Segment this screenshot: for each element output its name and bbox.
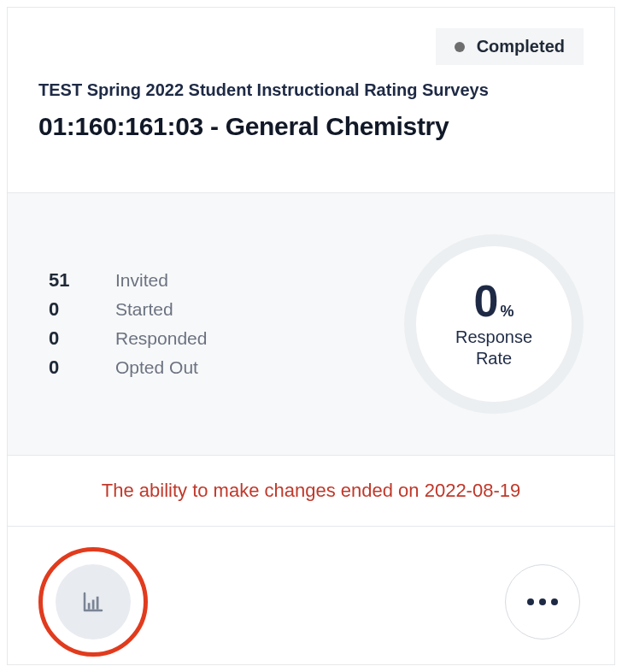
- survey-subtitle: TEST Spring 2022 Student Instructional R…: [38, 80, 584, 100]
- gauge-label-line1: Response: [455, 327, 532, 346]
- ellipsis-icon: [527, 598, 558, 605]
- stat-label: Opted Out: [115, 357, 198, 378]
- status-badge: Completed: [436, 28, 584, 65]
- stat-invited: 51 Invited: [49, 269, 207, 292]
- stats-list: 51 Invited 0 Started 0 Responded 0 Opted…: [49, 269, 207, 379]
- stat-value: 51: [49, 269, 76, 292]
- svg-rect-1: [92, 600, 95, 610]
- gauge-label-line2: Rate: [476, 349, 512, 368]
- svg-rect-2: [97, 597, 99, 610]
- stats-section: 51 Invited 0 Started 0 Responded 0 Opted…: [8, 192, 614, 456]
- gauge-value-row: 0 %: [474, 279, 514, 323]
- notice-section: The ability to make changes ended on 202…: [8, 456, 614, 527]
- gauge-label: Response Rate: [455, 327, 532, 369]
- gauge-inner: 0 % Response Rate: [416, 246, 572, 402]
- actions-section: [8, 527, 614, 672]
- status-dot-icon: [455, 42, 465, 52]
- stat-label: Responded: [115, 328, 207, 349]
- gauge-value: 0: [474, 279, 499, 323]
- notice-text: The ability to make changes ended on 202…: [21, 480, 601, 502]
- status-label: Completed: [477, 37, 565, 56]
- stat-value: 0: [49, 327, 76, 350]
- bar-chart-icon: [80, 589, 106, 615]
- header-section: Completed TEST Spring 2022 Student Instr…: [8, 8, 614, 192]
- stat-label: Started: [115, 299, 173, 320]
- stat-started: 0 Started: [49, 298, 207, 321]
- svg-rect-0: [88, 603, 91, 610]
- status-row: Completed: [38, 28, 584, 65]
- gauge-unit: %: [500, 303, 513, 321]
- stat-value: 0: [49, 298, 76, 321]
- more-actions-button[interactable]: [505, 564, 580, 640]
- stat-label: Invited: [115, 270, 168, 291]
- stat-opted-out: 0 Opted Out: [49, 357, 207, 379]
- stat-responded: 0 Responded: [49, 327, 207, 350]
- survey-card: Completed TEST Spring 2022 Student Instr…: [7, 7, 615, 665]
- stat-value: 0: [49, 357, 76, 379]
- survey-title: 01:160:161:03 - General Chemistry: [38, 112, 584, 141]
- chart-button-highlight: [38, 547, 148, 657]
- response-rate-gauge: 0 % Response Rate: [404, 234, 584, 414]
- view-results-button[interactable]: [56, 564, 131, 640]
